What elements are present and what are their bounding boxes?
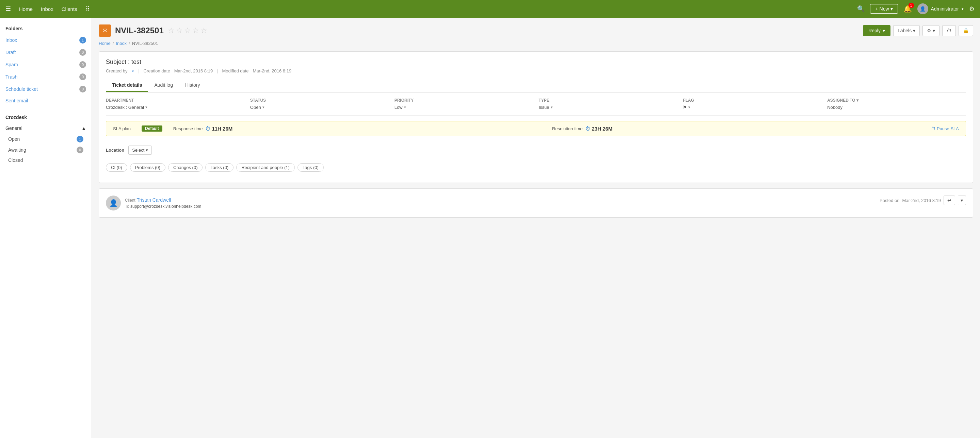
department-value[interactable]: Crozdesk : General ▾ — [106, 105, 245, 110]
admin-dropdown-arrow[interactable]: ▾ — [962, 7, 964, 11]
sender-to-row: To support@crozdesk.visionhelpdesk.com — [125, 204, 201, 209]
sidebar-item-draft[interactable]: Draft 0 — [0, 46, 92, 59]
priority-col: Priority Low ▾ — [395, 98, 533, 110]
tag-ci[interactable]: CI (0) — [106, 163, 127, 172]
clock-button[interactable]: ⏱ — [942, 25, 956, 36]
schedule-badge: 0 — [79, 86, 86, 92]
sidebar-item-sent-email[interactable]: Sent email — [0, 95, 92, 106]
layout: Folders Inbox 1 Draft 0 Spam 0 Trash 0 S… — [0, 18, 980, 438]
spam-badge: 0 — [79, 61, 86, 68]
bell-badge: 1 — [908, 3, 914, 8]
meta-line: Created by > | Creation date Mar-2nd, 20… — [106, 68, 966, 73]
type-value[interactable]: Issue ▾ — [539, 105, 678, 110]
lock-button[interactable]: 🔒 — [959, 25, 973, 36]
pause-sla-button[interactable]: ⏱ Pause SLA — [931, 126, 959, 131]
tab-ticket-details[interactable]: Ticket details — [106, 79, 148, 92]
location-label: Location — [106, 148, 124, 153]
nav-right: 🔍 + New ▾ 🔔 1 👤 Administrator ▾ ⚙ — [857, 3, 975, 14]
client-label: Client — [125, 198, 135, 203]
stars: ☆ ☆ ☆ ☆ ☆ — [168, 26, 207, 35]
sidebar-item-schedule-ticket[interactable]: Schedule ticket 0 — [0, 83, 92, 95]
settings-icon[interactable]: ⚙ — [969, 5, 975, 13]
department-col: Department Crozdesk : General ▾ — [106, 98, 245, 110]
tag-tasks[interactable]: Tasks (0) — [205, 163, 234, 172]
trash-badge: 0 — [79, 73, 86, 80]
general-header[interactable]: General ▲ — [5, 123, 86, 134]
posted-date: Mar-2nd, 2016 8:19 — [902, 198, 941, 203]
pause-icon: ⏱ — [931, 126, 935, 131]
star-1[interactable]: ☆ — [168, 26, 175, 35]
location-select[interactable]: Select ▾ — [128, 146, 152, 155]
created-by-link[interactable]: > — [132, 68, 134, 73]
type-col: Type Issue ▾ — [539, 98, 678, 110]
sidebar-item-spam[interactable]: Spam 0 — [0, 59, 92, 71]
hamburger-icon[interactable]: ☰ — [5, 5, 11, 13]
creation-date: Mar-2nd, 2016 8:19 — [174, 68, 213, 73]
sidebar-item-trash[interactable]: Trash 0 — [0, 71, 92, 83]
nav-clients[interactable]: Clients — [62, 6, 77, 12]
nav-links: Home Inbox Clients ⠿ — [19, 5, 849, 13]
sidebar: Folders Inbox 1 Draft 0 Spam 0 Trash 0 S… — [0, 18, 92, 438]
clock-icon-response: ⏱ — [205, 126, 210, 132]
message-more-button[interactable]: ▾ — [958, 195, 966, 205]
status-label: Status — [250, 98, 389, 103]
tag-pills: CI (0) Problems (0) Changes (0) Tasks (0… — [106, 159, 966, 176]
sidebar-divider — [0, 109, 92, 109]
sla-response: Response time ⏱ 11H 26M — [173, 126, 541, 132]
nav-inbox[interactable]: Inbox — [41, 6, 53, 12]
location-row: Location Select ▾ — [106, 141, 966, 159]
sidebar-sub-closed[interactable]: Closed — [5, 156, 86, 165]
type-label: Type — [539, 98, 678, 103]
tab-audit-log[interactable]: Audit log — [148, 79, 179, 92]
breadcrumb-home[interactable]: Home — [99, 41, 111, 46]
awaiting-badge: 0 — [76, 146, 83, 153]
message-reply-button[interactable]: ↩ — [943, 195, 955, 205]
star-3[interactable]: ☆ — [184, 26, 191, 35]
search-icon[interactable]: 🔍 — [857, 5, 865, 13]
new-button[interactable]: + New ▾ — [870, 4, 897, 14]
modified-date-label: Modified date — [222, 68, 249, 73]
assigned-col: Assigned to ▾ Nobody — [827, 98, 966, 110]
sidebar-item-inbox[interactable]: Inbox 1 — [0, 34, 92, 46]
assigned-dropdown-arrow[interactable]: ▾ — [856, 98, 859, 103]
to-email: support@crozdesk.visionhelpdesk.com — [130, 204, 201, 209]
tag-tags[interactable]: Tags (0) — [298, 163, 324, 172]
sender-name[interactable]: Tristan Cardwell — [137, 197, 171, 203]
priority-value[interactable]: Low ▾ — [395, 105, 533, 110]
tab-history[interactable]: History — [179, 79, 206, 92]
sla-plan-label: SLA plan — [113, 126, 131, 131]
main-content: ✉ NVIL-382501 ☆ ☆ ☆ ☆ ☆ Reply ▾ Labels ▾… — [92, 18, 980, 438]
tabs: Ticket details Audit log History — [106, 79, 966, 92]
crozdesk-title: Crozdesk — [0, 112, 92, 123]
priority-label: Priority — [395, 98, 533, 103]
status-value[interactable]: Open ▾ — [250, 105, 389, 110]
reply-button[interactable]: Reply ▾ — [863, 25, 891, 36]
nav-home[interactable]: Home — [19, 6, 33, 12]
details-grid: Department Crozdesk : General ▾ Status O… — [106, 92, 966, 116]
sender-info: Client Tristan Cardwell To support@crozd… — [125, 197, 201, 209]
open-badge: 1 — [76, 136, 83, 143]
modified-date: Mar-2nd, 2016 8:19 — [253, 68, 291, 73]
sidebar-sub-awaiting[interactable]: Awaiting 0 — [5, 144, 86, 156]
grid-icon[interactable]: ⠿ — [86, 5, 90, 13]
message-meta: Posted on Mar-2nd, 2016 8:19 ↩ ▾ — [880, 195, 966, 205]
department-label: Department — [106, 98, 245, 103]
user-area[interactable]: 👤 Administrator ▾ — [917, 3, 964, 14]
settings-button[interactable]: ⚙ ▾ — [923, 25, 940, 36]
bell-wrapper[interactable]: 🔔 1 — [904, 5, 912, 13]
star-4[interactable]: ☆ — [192, 26, 199, 35]
admin-name[interactable]: Administrator — [931, 6, 959, 11]
star-5[interactable]: ☆ — [200, 26, 207, 35]
tag-problems[interactable]: Problems (0) — [130, 163, 165, 172]
sidebar-sub-open[interactable]: Open 1 — [5, 134, 86, 144]
inbox-badge: 1 — [79, 37, 86, 43]
sender-avatar: 👤 — [106, 195, 121, 211]
flag-value[interactable]: ⚑ ▾ — [683, 105, 822, 110]
tag-changes[interactable]: Changes (0) — [168, 163, 203, 172]
breadcrumb-inbox[interactable]: Inbox — [116, 41, 127, 46]
labels-button[interactable]: Labels ▾ — [893, 25, 920, 36]
flag-col: Flag ⚑ ▾ — [683, 98, 822, 110]
message-header: 👤 Client Tristan Cardwell To support@cro… — [106, 195, 966, 211]
star-2[interactable]: ☆ — [176, 26, 183, 35]
tag-recipient-people[interactable]: Recipient and people (1) — [236, 163, 295, 172]
